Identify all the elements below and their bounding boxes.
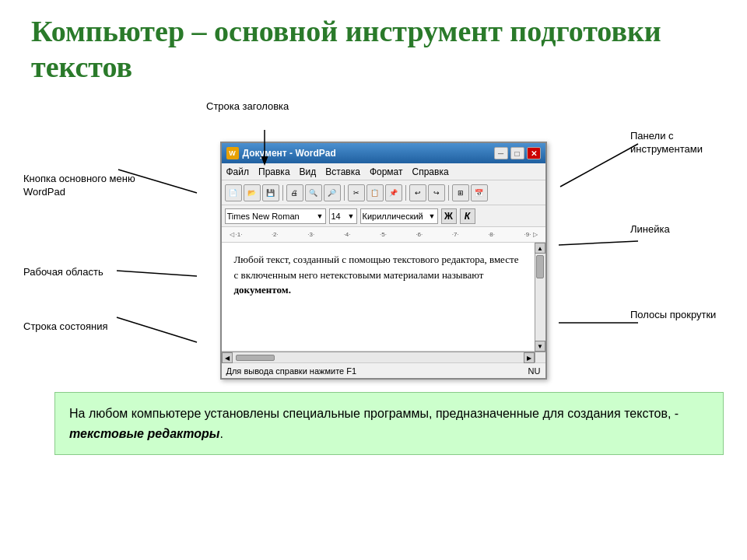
center-area: Строка заголовка W Документ - WordPad ─ … <box>144 99 622 380</box>
copy-button[interactable]: 📋 <box>366 184 384 201</box>
labels-left: Кнопка основного меню WordPad Рабочая об… <box>23 130 144 380</box>
scrollbar-container: Любой текст, созданный с помощью текстов… <box>222 243 545 352</box>
scroll-up-arrow[interactable]: ▲ <box>535 243 545 254</box>
ruler-mark: ·7· <box>452 231 459 238</box>
menubar: Файл Правка Вид Вставка Формат Справка <box>222 163 545 180</box>
titlebar: W Документ - WordPad ─ □ ✕ <box>222 143 545 163</box>
info-text-1: На любом компьютере установлены специаль… <box>69 407 679 420</box>
scroll-down-arrow[interactable]: ▼ <box>535 341 545 352</box>
preview-button[interactable]: 🔍 <box>305 184 322 201</box>
encoding-dropdown-arrow: ▼ <box>429 212 436 220</box>
menu-button-label: Кнопка основного меню WordPad <box>23 173 144 199</box>
menu-insert[interactable]: Вставка <box>325 166 360 177</box>
doc-text-bold: документом. <box>234 284 291 296</box>
cut-button[interactable]: ✂ <box>348 184 365 201</box>
ruler-mark: ·1· <box>236 231 243 238</box>
new-button[interactable]: 📄 <box>225 184 242 201</box>
document-area: Любой текст, созданный с помощью текстов… <box>222 243 535 352</box>
status-text-left: Для вывода справки нажмите F1 <box>226 366 357 376</box>
size-dropdown-arrow: ▼ <box>348 212 355 220</box>
info-text-2: . <box>219 427 223 440</box>
scroll-thumb-h[interactable] <box>236 355 275 361</box>
titlebar-label: Строка заголовка <box>206 100 289 112</box>
scrollbars-label: Полосы прокрутки <box>630 309 716 322</box>
redo-button[interactable]: ↪ <box>428 184 445 201</box>
ruler-mark: ·6· <box>416 231 423 238</box>
toolbar-label: Панели с инструментами <box>630 130 724 156</box>
menu-file[interactable]: Файл <box>226 166 250 177</box>
save-button[interactable]: 💾 <box>262 184 279 201</box>
ruler-mark: ·3· <box>307 231 314 238</box>
horizontal-scrollbar[interactable] <box>233 352 524 362</box>
page-container: Компьютер – основной инструмент подготов… <box>0 0 747 560</box>
font-size-select[interactable]: 14 ▼ <box>329 208 357 224</box>
scroll-left-arrow[interactable]: ◀ <box>222 352 233 363</box>
annotations-top: Строка заголовка <box>144 99 622 142</box>
menu-edit[interactable]: Правка <box>258 166 290 177</box>
status-bar-label: Строка состояния <box>23 320 108 334</box>
separator-3 <box>405 185 406 201</box>
italic-button[interactable]: К <box>460 208 475 224</box>
status-text-right: NU <box>528 366 541 376</box>
document-text-area[interactable]: Любой текст, созданный с помощью текстов… <box>222 243 535 352</box>
menu-help[interactable]: Справка <box>412 166 449 177</box>
wordpad-icon: W <box>226 147 239 159</box>
bold-button[interactable]: Ж <box>441 208 457 224</box>
content-area: Кнопка основного меню WordPad Рабочая об… <box>23 99 724 380</box>
encoding-select[interactable]: Кириллический ▼ <box>360 208 438 224</box>
close-button[interactable]: ✕ <box>527 147 541 159</box>
encoding-name: Кириллический <box>363 212 423 221</box>
info-box: На любом компьютере установлены специаль… <box>54 392 724 455</box>
font-name: Times New Roman <box>227 212 300 221</box>
maximize-button[interactable]: □ <box>510 147 524 159</box>
separator-2 <box>344 185 345 201</box>
ruler: ◁ ·1· ·2· ·3· ·4· ·5· ·6· ·7· ·8· ·9· <box>222 227 545 243</box>
separator-4 <box>448 185 449 201</box>
work-area-label: Рабочая область <box>23 266 103 279</box>
format-bar: Times New Roman ▼ 14 ▼ Кириллический ▼ Ж… <box>222 205 545 227</box>
ruler-label: Линейка <box>630 223 670 236</box>
ruler-mark: ·2· <box>272 231 279 238</box>
toolbar: 📄 📂 💾 🖨 🔍 🔎 ✂ 📋 📌 ↩ ↪ ⊞ 📅 <box>222 180 545 205</box>
vertical-scrollbar[interactable]: ▲ ▼ <box>535 243 545 352</box>
ruler-mark: ·9· <box>524 231 531 238</box>
ruler-mark: ·8· <box>488 231 495 238</box>
horizontal-scrollbar-row: ◀ ▶ <box>222 352 545 362</box>
font-select[interactable]: Times New Roman ▼ <box>225 208 326 224</box>
font-size: 14 <box>331 212 341 221</box>
titlebar-buttons: ─ □ ✕ <box>494 147 541 159</box>
labels-right: Панели с инструментами Линейка Полосы пр… <box>622 130 724 380</box>
document-paragraph: Любой текст, созданный с помощью текстов… <box>234 252 522 298</box>
ruler-mark: ·5· <box>380 231 387 238</box>
insert-object-button[interactable]: ⊞ <box>452 184 469 201</box>
titlebar-text: Документ - WordPad <box>243 148 336 159</box>
scroll-right-arrow[interactable]: ▶ <box>524 352 535 363</box>
menu-format[interactable]: Формат <box>370 166 403 177</box>
insert-date-button[interactable]: 📅 <box>471 184 488 201</box>
minimize-button[interactable]: ─ <box>494 147 508 159</box>
ruler-mark: ·4· <box>344 231 351 238</box>
undo-button[interactable]: ↩ <box>409 184 426 201</box>
open-button[interactable]: 📂 <box>244 184 261 201</box>
doc-text-normal: Любой текст, созданный с помощью текстов… <box>234 254 519 281</box>
info-text-bold: текстовые редакторы <box>69 427 219 440</box>
main-title: Компьютер – основной инструмент подготов… <box>31 14 724 85</box>
print-button[interactable]: 🖨 <box>286 184 303 201</box>
separator-1 <box>282 185 283 201</box>
find-button[interactable]: 🔎 <box>324 184 341 201</box>
titlebar-left: W Документ - WordPad <box>226 147 336 159</box>
paste-button[interactable]: 📌 <box>385 184 402 201</box>
wordpad-window: W Документ - WordPad ─ □ ✕ Файл Правка В… <box>220 142 547 380</box>
scrollbar-corner <box>535 352 545 362</box>
menu-view[interactable]: Вид <box>300 166 317 177</box>
statusbar: Для вывода справки нажмите F1 NU <box>222 362 545 378</box>
scroll-thumb-v[interactable] <box>536 255 544 278</box>
font-dropdown-arrow: ▼ <box>317 212 324 220</box>
